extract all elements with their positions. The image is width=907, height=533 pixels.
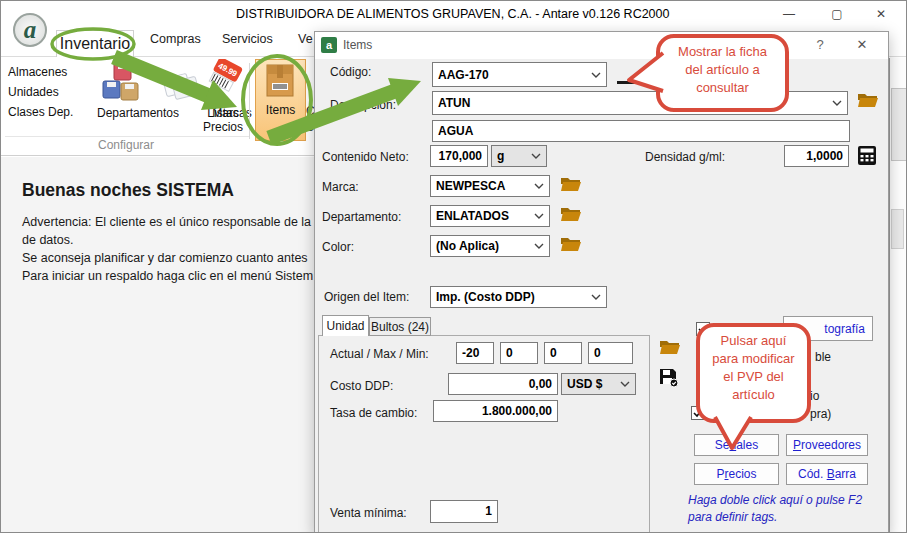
window-title: DISTRIBUIDORA DE ALIMENTOS GRUPAVEN, C.A… <box>236 7 669 21</box>
codigo-label: Código: <box>330 65 371 79</box>
label-part: Cód. <box>798 467 827 481</box>
chevron-down-icon <box>534 183 544 189</box>
max-input[interactable]: 0 <box>500 342 538 364</box>
callout-mostrar-ficha: Mostrar la ficha del artículo a consulta… <box>656 34 789 112</box>
ribbon-item-unidades[interactable]: Unidades <box>8 85 59 99</box>
dialog-logo-icon: a <box>321 37 337 53</box>
tab-servicios[interactable]: Servicios <box>222 32 273 46</box>
densidad-input[interactable]: 1,0000 <box>784 145 849 167</box>
close-button[interactable]: ✕ <box>865 3 897 26</box>
calculator-icon[interactable] <box>857 145 877 166</box>
screen: DISTRIBUIDORA DE ALIMENTOS GRUPAVEN, C.A… <box>0 0 907 533</box>
tab-unidad[interactable]: Unidad <box>322 315 369 336</box>
folder-open-icon[interactable] <box>659 338 681 356</box>
callout-line: para modificar <box>700 350 807 368</box>
label-part: roveedores <box>801 438 861 452</box>
codigo-combobox[interactable]: AAG-170 <box>432 62 607 87</box>
group-divider <box>5 136 249 137</box>
marca-label: Marca: <box>322 180 359 194</box>
departamentos-button[interactable]: Departamentos <box>72 106 204 120</box>
dialog-title: Items <box>343 38 372 52</box>
descripcion2-input[interactable]: AGUA <box>432 120 850 142</box>
max2-input[interactable]: 0 <box>544 342 582 364</box>
label-part: arra <box>835 467 856 481</box>
codigo-value: AAG-170 <box>438 68 591 82</box>
chevron-down-icon <box>534 213 544 219</box>
items-button-label: Items <box>255 103 306 117</box>
dialog-close-button[interactable]: ✕ <box>851 37 873 52</box>
tags-hint-line1[interactable]: Haga doble click aquí o pulse F2 <box>688 493 862 507</box>
costo-ddp-label: Costo DDP: <box>330 379 393 393</box>
cod-barra-button[interactable]: Cód. Barra <box>786 463 868 485</box>
densidad-label: Densidad g/ml: <box>645 150 725 164</box>
departamentos-icon[interactable] <box>101 61 139 105</box>
folder-open-icon[interactable] <box>560 235 582 253</box>
main-titlebar: DISTRIBUIDORA DE ALIMENTOS GRUPAVEN, C.A… <box>1 1 907 28</box>
unidad-medida-value: g <box>497 149 531 163</box>
tasa-cambio-input[interactable]: 1.800.000,00 <box>433 400 558 422</box>
covered-line1: Co <box>306 103 314 119</box>
ribbon-item-almacenes[interactable]: Almacenes <box>8 65 67 79</box>
minimize-button[interactable]: — <box>773 3 805 26</box>
moneda-select[interactable]: USD $ <box>561 373 636 395</box>
save-disk-icon[interactable] <box>659 368 679 388</box>
scrollbar-fragment[interactable] <box>891 209 904 249</box>
actual-input[interactable]: -20 <box>456 342 494 364</box>
precios-button[interactable]: Precios <box>694 463 779 485</box>
tab-compras[interactable]: Compras <box>150 32 201 46</box>
callout-line: consultar <box>660 79 785 97</box>
callout-line: el PVP del <box>700 368 807 386</box>
tab-inventario[interactable]: Inventario <box>56 30 134 57</box>
scrollbar-fragment[interactable] <box>891 88 907 161</box>
ribbon-item-clases-dep[interactable]: Clases Dep. <box>8 105 73 119</box>
items-dialog: a Items ? ✕ Código: AAG-170 Descripción:… <box>314 31 889 533</box>
contenido-neto-input[interactable]: 170,000 <box>430 145 488 167</box>
unidad-medida-select[interactable]: g <box>491 145 547 167</box>
callout-line: artículo <box>700 386 807 404</box>
tags-hint-line2[interactable]: para definir tags. <box>688 510 777 524</box>
folder-open-icon[interactable] <box>560 175 582 193</box>
warning-line: Advertencia: El cliente es el único resp… <box>22 215 311 229</box>
tab-ventas-truncated[interactable]: Ve <box>298 32 313 46</box>
marcas-icon[interactable] <box>159 67 203 105</box>
departamento-label: Departamento: <box>322 210 401 224</box>
callout-line: del artículo a <box>660 61 785 79</box>
label-part: P <box>793 438 801 452</box>
venta-minima-input[interactable]: 1 <box>430 500 498 523</box>
origen-label: Origen del Item: <box>324 290 409 304</box>
label-part: Se <box>715 438 730 452</box>
greeting-heading: Buenas noches SISTEMA <box>22 180 234 201</box>
listas-precios-icon[interactable]: 49.99 <box>205 59 245 101</box>
chevron-down-icon <box>591 72 601 78</box>
listas-precios-button[interactable]: Listas Precios <box>199 106 247 134</box>
origen-combobox[interactable]: Imp. (Costo DDP) <box>430 286 607 308</box>
warning-line: Se aconseja planificar y dar comienzo cu… <box>22 251 308 265</box>
app-logo-letter: a <box>24 16 37 43</box>
departamento-combobox[interactable]: ENLATADOS <box>430 205 550 227</box>
compra-label-fragment: pra) <box>810 407 831 421</box>
listas-line1: Listas <box>199 106 247 120</box>
ribbon-group-label: Configurar <box>1 138 251 152</box>
min-input[interactable]: 0 <box>588 342 633 364</box>
folder-open-icon[interactable] <box>857 91 879 109</box>
callout-pulsar-pvp: Pulsar aquí para modificar el PVP del ar… <box>696 323 811 423</box>
listas-line2: Precios <box>199 120 247 134</box>
costo-ddp-input[interactable]: 0,00 <box>448 373 558 395</box>
descripcion-label: Descripción: <box>330 98 396 112</box>
folder-open-icon[interactable] <box>560 205 582 223</box>
dialog-help-button[interactable]: ? <box>810 37 830 52</box>
color-combobox[interactable]: (No Aplica) <box>430 235 550 257</box>
senales-button[interactable]: Señales <box>694 434 779 456</box>
label-part: P <box>716 467 724 481</box>
covered-line2: S <box>306 119 314 135</box>
warning-line: Para iniciar un respaldo haga clic en el… <box>22 269 313 283</box>
proveedores-button[interactable]: Proveedores <box>786 434 868 456</box>
label-part: ecios <box>729 467 757 481</box>
departamento-value: ENLATADOS <box>436 209 534 223</box>
marca-combobox[interactable]: NEWPESCA <box>430 175 550 197</box>
maximize-button[interactable]: ▢ <box>821 3 853 26</box>
contenido-neto-label: Contenido Neto: <box>322 150 409 164</box>
covered-ribbon-button[interactable]: Co S <box>306 103 314 135</box>
color-label: Color: <box>322 240 354 254</box>
tab-bultos[interactable]: Bultos (24) <box>369 317 431 336</box>
